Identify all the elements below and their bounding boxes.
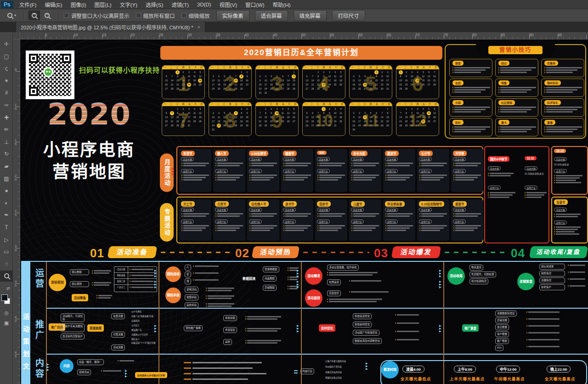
menu-item-8[interactable]: 3D(D): [193, 0, 215, 9]
ruler-number: 30: [187, 33, 192, 37]
flow-box: 人: [185, 265, 191, 271]
foreground-color-swatch[interactable]: [1, 294, 8, 301]
tip-card: 社区营销: [495, 98, 538, 117]
quick-mask-icon[interactable]: ◎: [0, 310, 13, 316]
menu-item-3[interactable]: 图像(I): [67, 0, 90, 10]
micro-text-line: [453, 175, 481, 176]
eyedropper-tool[interactable]: ✑: [0, 100, 13, 111]
ruler-number: 65: [387, 33, 391, 37]
healing-brush-tool[interactable]: ✚: [0, 112, 13, 123]
micro-text-line: [419, 175, 447, 176]
calendar-banner: 2020营销日历&全年营销计划: [160, 46, 442, 60]
micro-text-line: [181, 163, 209, 164]
micro-text-line: [327, 301, 377, 302]
special-card: 儿童节活动主题适用行业: [349, 199, 381, 241]
micro-text-line: [249, 215, 274, 217]
option-button-4[interactable]: 打印尺寸: [332, 10, 365, 21]
ruler-number: 5: [45, 33, 47, 37]
micro-text-line: [349, 280, 381, 282]
crop-tool[interactable]: #: [0, 87, 13, 98]
marquee-tool[interactable]: ▢: [0, 51, 13, 62]
menu-item-9[interactable]: 视图(V): [215, 0, 241, 10]
micro-text-line: [288, 279, 298, 280]
tip-label: 砍价: [452, 120, 464, 125]
tip-card: 直播: [541, 118, 584, 136]
micro-text-line: [544, 91, 573, 93]
shape-tool[interactable]: ▭: [0, 246, 13, 257]
gradient-tool[interactable]: ▨: [0, 173, 13, 184]
pen-tool[interactable]: ✒: [0, 209, 13, 220]
flow-circle: 目标规划: [49, 274, 66, 291]
menu-item-4[interactable]: 图层(L): [90, 0, 116, 10]
zoom-tool-preset[interactable]: ▾: [5, 11, 19, 20]
flow-box: 其他手段: [185, 302, 198, 308]
close-icon[interactable]: ×: [197, 24, 200, 30]
brush-tool[interactable]: ✏: [0, 124, 13, 135]
magic-wand-tool[interactable]: ✶: [0, 75, 13, 86]
flow-box: 流量数据完成度: [495, 311, 517, 316]
monthly-card: 暖春节活动主题适用行业: [281, 149, 313, 192]
zoom-in-button[interactable]: +: [28, 11, 40, 20]
flow-text: 朋友圈广告: [131, 329, 142, 332]
micro-text-line: [498, 129, 531, 130]
eraser-tool[interactable]: ▰: [0, 161, 13, 172]
option-button-2[interactable]: 适合屏幕: [255, 10, 288, 21]
flow-box: 内容打造: [300, 368, 314, 374]
micro-text-line: [245, 316, 281, 317]
event-title: 感恩节: [453, 201, 467, 207]
checkbox[interactable]: [136, 13, 141, 18]
clone-stamp-tool[interactable]: ⊥: [0, 136, 13, 147]
zoom-tool[interactable]: [0, 271, 13, 282]
checkbox[interactable]: [64, 13, 69, 18]
checkbox[interactable]: [181, 13, 187, 18]
column-divider: [158, 262, 159, 384]
menu-item-5[interactable]: 文字(Y): [116, 0, 141, 10]
micro-text-line: [554, 177, 580, 179]
menu-item-7[interactable]: 滤镜(T): [167, 0, 193, 10]
micro-text-line: [568, 278, 585, 280]
micro-text-line: [544, 126, 582, 128]
document-tab[interactable]: 2020小程序电商营销地图.jpg @ 12.5% (扫码可以获得小程序扶持, …: [16, 22, 205, 32]
flow-text: 数据回流: [243, 277, 255, 280]
blur-tool[interactable]: ●: [0, 185, 13, 196]
ruler-number: 35: [216, 33, 220, 37]
row-divider: [46, 354, 588, 355]
option-button-1[interactable]: 实际像素: [216, 10, 249, 21]
calendar-month-8: 一二三四五六日812345678910111213141516171819202…: [209, 102, 252, 136]
path-select-tool[interactable]: ▷: [0, 234, 13, 245]
flow-arrows-icon: ▶▶▶: [297, 269, 299, 277]
move-tool[interactable]: ✛: [0, 39, 13, 50]
dodge-tool[interactable]: ◐: [0, 198, 13, 209]
lasso-tool[interactable]: ς: [0, 63, 13, 74]
ruler-number: 15: [102, 33, 106, 37]
menu-item-11[interactable]: 帮助(H): [269, 0, 295, 10]
menu-item-10[interactable]: 窗口(W): [241, 0, 269, 10]
poster-title-line2: 营销地图: [29, 158, 149, 183]
micro-text-line: [249, 179, 270, 181]
option-button-3[interactable]: 填充屏幕: [294, 10, 327, 21]
calendar-month-10: 一二三四五六日101234567891011121314151617181920…: [302, 102, 345, 136]
swap-colors-icon[interactable]: ⇄: [6, 286, 10, 291]
menu-item-1[interactable]: 文件(F): [15, 0, 41, 10]
flow-text: 公司员工: [131, 324, 140, 327]
zoom-out-button[interactable]: –: [42, 11, 52, 20]
micro-text-line: [351, 227, 376, 229]
menu-item-6[interactable]: 选择(S): [141, 0, 167, 10]
flow-node: 渠道梳理: [87, 324, 104, 332]
history-brush-tool[interactable]: ↻: [0, 148, 13, 159]
menu-item-2[interactable]: 编辑(E): [40, 0, 66, 10]
tip-card: 限时折扣: [541, 79, 584, 97]
micro-text-line: [245, 342, 277, 344]
flow-box: 社群运营: [327, 279, 341, 285]
screen-mode-icon[interactable]: ▣: [0, 320, 13, 326]
hand-tool[interactable]: ☝: [0, 259, 13, 270]
type-tool[interactable]: T: [0, 222, 13, 233]
flow-box: 目标完成率: [539, 264, 565, 270]
micro-text-line: [419, 213, 447, 215]
micro-text-line: [317, 175, 345, 176]
micro-text-line: [453, 213, 481, 215]
document-canvas[interactable]: 扫码可以获得小程序扶持 2020 小程序电商 营销地图 2020营销日历&全年营…: [20, 39, 588, 384]
flow-box: 活动端广告投放优化: [353, 330, 379, 336]
micro-text-line: [554, 175, 582, 176]
industry-label: 适用行业: [385, 169, 398, 173]
